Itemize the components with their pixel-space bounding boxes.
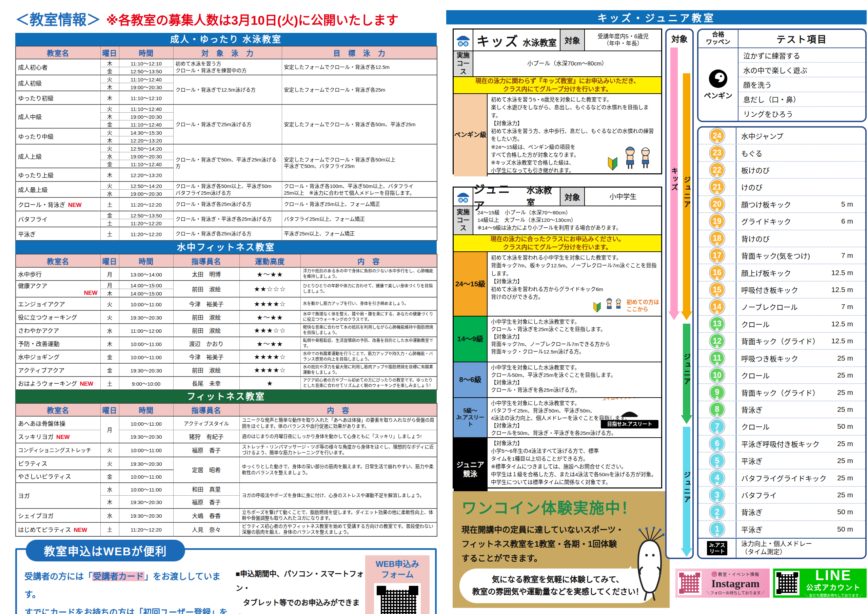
- cell-class-name: コンディショニングストレッチ: [16, 443, 100, 457]
- cell-time: 14:00～15:00: [119, 289, 173, 297]
- kids-swim-box: キッズ 水泳教室 対象 受講年度内5・6歳児 （年中・年長） 実施 コース 小プ…: [453, 28, 662, 174]
- table-row: 役に立つウォーキング 火 19:30～20:30 前田 淑絵 ★～★★ 水中で無…: [16, 310, 437, 323]
- cell-instructor: 今津 裕美子: [173, 297, 239, 310]
- level-suffix: 級: [715, 156, 718, 160]
- test-items-header: テスト項目: [738, 30, 865, 48]
- penguin-label: ペンギン: [704, 90, 732, 100]
- level-badge-cell: 7 級: [699, 418, 736, 435]
- penguin-badge-cell: ペンギン: [699, 48, 738, 121]
- junior-target-label: 対象: [560, 188, 585, 205]
- test-item-label: けのび: [736, 182, 865, 192]
- web-bullet: ■申込期間中、パソコン・スマートフォン・: [236, 567, 371, 596]
- line-qr-code: [775, 571, 800, 595]
- level-badge: 14 級: [710, 299, 725, 314]
- junior-range-arrow-cyan: ジュニア: [681, 427, 692, 557]
- cell-content: 水の抵抗や浮力を最大限に利用し筋肉アップや脂肪燃焼を目標に有酸素運動をしましょう…: [301, 363, 437, 376]
- cell-goal: 安定したフォームでクロール・背泳ぎ各50m、平泳ぎ25m: [282, 104, 437, 144]
- test-item-distance: 12.5 m: [831, 337, 853, 345]
- kids-target-value: 受講年度内5・6歳児 （年中・年長）: [585, 30, 661, 51]
- level-badge-cell: 5 級: [699, 452, 736, 469]
- level-badge: 3 級: [710, 488, 725, 502]
- cell-class-name: おはようウォーキングNEW: [16, 376, 100, 390]
- section-desc: 小中学生を対象にした水泳教室です。 バタフライ25m、背泳ぎ50m、平泳ぎ50m…: [488, 398, 661, 437]
- level-suffix: 級: [715, 515, 718, 519]
- cell-time: 19:30～20:30: [119, 363, 173, 376]
- kids-yellow-note: 現在の泳力に関わらず『キッズ教室』にお申込みいただき、 クラス内にてグループ分け…: [454, 77, 661, 94]
- cell-instructor: 前田 淑絵: [173, 323, 239, 337]
- cell-content: ひとりひとりの年齢や体力に合わせて、健康で美しい身体づくりを目指しましょう。: [301, 281, 437, 297]
- cell-intensity: ★★★☆☆: [239, 323, 301, 337]
- cell-time: 19:30～20:30: [119, 457, 173, 470]
- level-badge: 16 級: [710, 265, 725, 280]
- col-class-name: 教室名: [16, 254, 100, 267]
- cell-day: 水: [100, 152, 119, 160]
- one-coin-title: ワンコイン体験実施中！: [462, 496, 670, 518]
- cell-class-name: 水中ジョギング: [16, 350, 100, 363]
- cell-time: 12:50～14:20: [119, 182, 173, 190]
- cell-day: 木: [100, 91, 119, 104]
- level-badge: 5 級: [710, 453, 725, 468]
- level-badge: 19 級: [710, 214, 725, 229]
- cell-day: 火: [100, 443, 119, 457]
- table-row: 成人初心者 木 11:10～12:10 初めて水泳を習う方 クロール・背泳ぎを練…: [16, 59, 437, 67]
- level-badge: 2 級: [710, 504, 725, 519]
- web-box-bullets: ■申込期間中、パソコン・スマートフォン・ タブレット等でのお申込みができます。 …: [236, 567, 371, 614]
- cell-day: 金: [100, 120, 119, 129]
- arrow-head: [681, 415, 692, 424]
- cell-time: 12:20～13:20: [119, 168, 173, 182]
- table-row: 水中ジョギング 金 10:00～11:00 今津 裕美子 ★★★★☆ 水中での有…: [16, 350, 437, 363]
- cell-instructor: 人見 奈々: [173, 522, 239, 536]
- test-item-distance: 25 m: [837, 354, 853, 362]
- col-instructor: 指導員名: [173, 403, 239, 416]
- level-row: 20 級 顔つけ板キック 5 m: [699, 196, 865, 213]
- level-row: 2 級 背泳ぎ 50 m: [699, 504, 865, 521]
- fitness-table: 教室名 曜日 時間 指導員名 内 容 あへあほ骨盤体操 月 10:00～11:0…: [15, 403, 437, 537]
- junior-range-arrow-green: ジュニア: [681, 323, 692, 424]
- cell-intensity: ★★★★☆: [239, 363, 301, 376]
- col-class-name: 教室名: [16, 403, 100, 416]
- cell-class-name: さわやかアクア: [16, 323, 100, 337]
- arrow-label: ジュニア: [682, 176, 692, 208]
- cell-instructor: 定居 昭希: [173, 457, 239, 483]
- cell-content: 水を動かし筋力アップを行い、身体を引き締めましょう。: [301, 297, 437, 310]
- cell-goal: 平泳ぎ25m以上、フォーム矯正: [282, 227, 437, 241]
- level-badge: 17 級: [710, 248, 725, 263]
- level-row: 16 級 顔上げ板キック 12.5 m: [699, 264, 865, 281]
- cell-time: 11:20～12:20: [119, 522, 173, 536]
- test-item-distance: 7 m: [841, 251, 853, 260]
- level-suffix: 級: [715, 447, 718, 451]
- test-item-distance: 25 m: [837, 457, 853, 465]
- jr-athlete-item: 泳力向上・個人メドレー （タイム測定）: [736, 540, 812, 556]
- table-row: 予防・改善運動 木 10:00～11:00 渡辺 かおり ★～★★ 転倒や骨粗鬆…: [16, 337, 437, 350]
- cell-day: 金: [100, 350, 119, 363]
- test-item-label: 顔を洗う: [743, 79, 772, 90]
- cell-day: 木: [100, 168, 119, 182]
- col-day: 曜日: [100, 254, 119, 267]
- cell-time: 13:00～14:00: [119, 267, 173, 281]
- target-column-header: 対象: [666, 30, 692, 44]
- cell-time: 10:00～11:00: [119, 470, 173, 483]
- cell-class-name: 健康アクアNEW: [16, 281, 100, 297]
- levels-list: 24 級 水中ジャンプ 23 級 もぐる: [699, 127, 865, 538]
- cell-day: 木: [100, 113, 119, 120]
- cell-class-name: ゆったり初級: [16, 91, 100, 104]
- cell-time: 12:20～13:20: [119, 136, 173, 145]
- cell-day: 水: [100, 483, 119, 496]
- test-item-row: 水の中で楽しく遊ぶ: [738, 63, 865, 77]
- level-suffix: 級: [715, 173, 718, 177]
- web-qr-panel: WEB申込み フォーム: [365, 555, 429, 614]
- test-item-row: リングをひろう: [738, 107, 865, 121]
- class-name: クロール・背泳ぎ: [18, 202, 65, 208]
- cell-class-name: クロール・背泳ぎNEW: [16, 197, 100, 211]
- table-row: 成人中級 火 11:10～12:40 クロール・背泳ぎで25m泳げる方 安定した…: [16, 104, 437, 113]
- cell-content: 浮力や抵抗のある水の中で身体に負担の少ない水中歩行をし、心肺機能を維持しましょう…: [301, 267, 437, 281]
- junior-section-8-6: 8～6級 小中学生を対象にした水泳教室です。 クロール50m、平泳ぎ25mを泳ぐ…: [454, 362, 661, 398]
- test-item-distance: 25 m: [837, 474, 853, 482]
- line-official-account: 公式アカウント: [802, 582, 865, 592]
- cell-time: 12:50～14:20: [119, 144, 173, 152]
- level-row: 9 級 背面キック（グライド） 25 m: [699, 384, 865, 401]
- instagram-tagline: 教室・イベント情報: [718, 571, 760, 577]
- page-header-note: ※各教室の募集人数は3月10日(火)に公開いたします: [106, 10, 398, 28]
- level-row: 19 級 グライドキック 6 m: [699, 213, 865, 230]
- cell-time: 10:00～11:00: [119, 443, 173, 457]
